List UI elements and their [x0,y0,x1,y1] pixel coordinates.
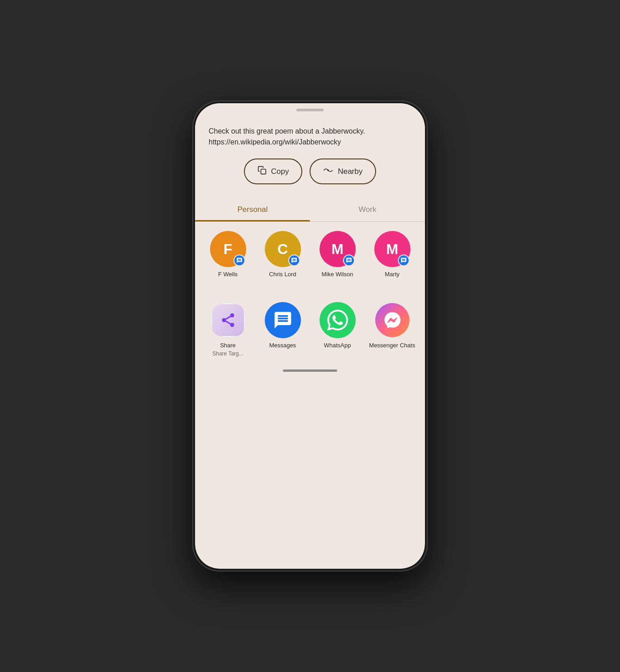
messenger-gradient [375,303,410,337]
contact-chris-lord[interactable]: C Chris Lord [257,231,308,278]
app-messenger[interactable]: Messenger Chats [367,302,418,357]
messages-icon [265,302,301,338]
tab-personal-label: Personal [237,205,267,214]
share-gradient [212,304,244,336]
svg-line-5 [225,321,230,324]
share-content: Check out this great poem about a Jabber… [195,117,425,198]
badge-fwells [234,254,245,266]
tab-work-label: Work [358,205,376,214]
app-share-target[interactable]: Share Share Targ... [202,302,253,357]
contact-marty[interactable]: M Marty [367,231,418,278]
tab-personal[interactable]: Personal [195,198,310,221]
avatar-container-marty: M [374,231,410,267]
spacer [195,288,425,295]
app-sub-share: Share Targ... [212,350,243,357]
svg-line-6 [225,317,230,319]
badge-chrislord [288,254,300,266]
home-bar [283,370,337,372]
share-text: Check out this great poem about a Jabber… [209,126,411,148]
messenger-icon [374,302,410,338]
svg-point-3 [222,318,226,322]
contact-mike-wilson[interactable]: M Mike Wilson [312,231,363,278]
app-name-messenger: Messenger Chats [369,342,415,350]
app-name-whatsapp: WhatsApp [324,342,351,350]
svg-rect-0 [261,169,266,174]
app-name-share: Share [220,342,236,350]
app-whatsapp[interactable]: WhatsApp [312,302,363,357]
app-name-messages: Messages [269,342,296,350]
avatar-container-chrislord: C [265,231,301,267]
svg-point-1 [328,169,329,171]
copy-label: Copy [271,167,289,176]
phone-inner: Check out this great poem about a Jabber… [195,103,425,569]
svg-point-2 [230,313,234,317]
nearby-button[interactable]: Nearby [310,158,376,184]
contact-name-chrislord: Chris Lord [269,271,296,278]
status-bar [195,103,425,117]
whatsapp-icon [320,302,356,338]
badge-marty [398,254,410,266]
nearby-label: Nearby [338,167,362,176]
contact-name-fwells: F Wells [218,271,238,278]
action-buttons: Copy Nearby [209,158,411,184]
contact-name-mikewilson: Mike Wilson [321,271,353,278]
contact-f-wells[interactable]: F F Wells [202,231,253,278]
svg-point-4 [230,323,234,327]
nearby-icon [323,167,333,176]
screen: Check out this great poem about a Jabber… [195,103,425,569]
copy-button[interactable]: Copy [244,158,303,184]
badge-mikewilson [343,254,355,266]
status-bar-pill [296,109,324,111]
tabs: Personal Work [195,198,425,222]
home-indicator [195,364,425,378]
app-messages[interactable]: Messages [257,302,308,357]
contacts-grid: F F Wells C Chris Lord [195,222,425,288]
phone-frame: Check out this great poem about a Jabber… [192,101,428,571]
avatar-container-fwells: F [210,231,246,267]
tab-work[interactable]: Work [310,198,425,221]
share-target-icon [210,302,246,338]
apps-grid: Share Share Targ... Messages [195,295,425,364]
avatar-container-mikewilson: M [320,231,356,267]
contact-name-marty: Marty [385,271,400,278]
copy-icon [258,166,267,177]
